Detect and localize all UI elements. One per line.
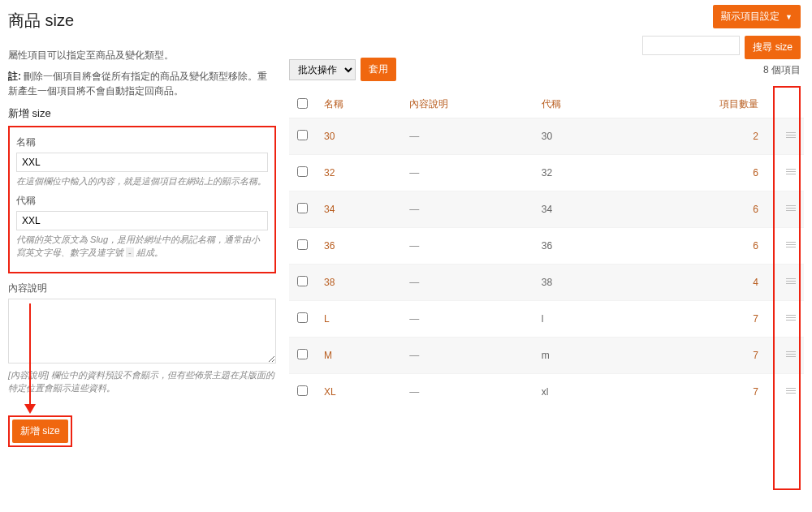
row-name[interactable]: 38 <box>316 265 401 301</box>
table-row: 36—366 <box>289 228 804 265</box>
row-checkbox[interactable] <box>297 349 308 359</box>
row-desc: — <box>401 265 533 301</box>
table-row: XL—xl7 <box>289 374 804 411</box>
slug-help: 代稱的英文原文為 Slug，是用於網址中的易記名稱，通常由小寫英文字母、數字及連… <box>16 234 268 259</box>
desc-help: [內容說明] 欄位中的資料預設不會顯示，但有些佈景主題在其版面的特定位置會顯示這… <box>8 369 276 394</box>
bulk-action-select[interactable]: 批次操作 <box>289 59 356 80</box>
row-checkbox[interactable] <box>297 130 308 140</box>
bulk-apply-button[interactable]: 套用 <box>361 58 396 81</box>
row-desc: — <box>401 228 533 265</box>
row-desc: — <box>401 338 533 374</box>
drag-handle-icon[interactable] <box>778 374 804 411</box>
row-checkbox[interactable] <box>297 312 308 323</box>
row-slug: 32 <box>533 155 619 191</box>
drag-handle-icon[interactable] <box>778 191 804 228</box>
row-desc: — <box>401 374 533 411</box>
name-input[interactable] <box>16 153 268 172</box>
slug-input[interactable] <box>16 211 268 230</box>
note-body: 刪除一個項目將會從所有指定的商品及變化類型移除。重新產生一個項目將不會自動指定回… <box>8 71 267 97</box>
row-slug: 30 <box>533 118 619 155</box>
row-slug: 34 <box>533 191 619 228</box>
desc-label: 內容說明 <box>8 282 276 295</box>
terms-table: 名稱 內容說明 代稱 項目數量 30—30232—32634—34636—366… <box>289 91 804 410</box>
row-slug: 38 <box>533 265 619 301</box>
drag-handle-icon[interactable] <box>778 301 804 338</box>
search-button[interactable]: 搜尋 size <box>745 36 801 59</box>
row-slug: 36 <box>533 228 619 265</box>
row-desc: — <box>401 118 533 155</box>
note-label: 註: <box>8 71 21 82</box>
table-row: 30—302 <box>289 118 804 155</box>
name-label: 名稱 <box>16 136 268 149</box>
table-row: L—l7 <box>289 301 804 338</box>
submit-highlight-box: 新增 size <box>8 415 72 447</box>
row-desc: — <box>401 155 533 191</box>
row-slug: m <box>533 338 619 374</box>
row-desc: — <box>401 301 533 338</box>
row-name[interactable]: 32 <box>316 155 401 191</box>
form-highlight-box: 名稱 在這個欄位中輸入的內容，就是這個項目在網站上的顯示名稱。 代稱 代稱的英文… <box>8 126 276 273</box>
drag-handle-icon[interactable] <box>778 338 804 374</box>
drag-handle-icon[interactable] <box>778 155 804 191</box>
row-name[interactable]: XL <box>316 374 401 411</box>
row-count: 4 <box>619 265 778 301</box>
row-count: 6 <box>619 155 778 191</box>
item-count: 8 個項目 <box>763 63 801 77</box>
name-help: 在這個欄位中輸入的內容，就是這個項目在網站上的顯示名稱。 <box>16 175 268 187</box>
drag-handle-icon[interactable] <box>778 118 804 155</box>
drag-handle-icon[interactable] <box>778 265 804 301</box>
note-text: 註: 刪除一個項目將會從所有指定的商品及變化類型移除。重新產生一個項目將不會自動… <box>8 69 276 98</box>
col-desc[interactable]: 內容說明 <box>401 91 533 118</box>
row-name[interactable]: 36 <box>316 228 401 265</box>
row-name[interactable]: M <box>316 338 401 374</box>
row-desc: — <box>401 191 533 228</box>
drag-handle-icon[interactable] <box>778 228 804 265</box>
row-checkbox[interactable] <box>297 385 308 396</box>
row-checkbox[interactable] <box>297 276 308 286</box>
page-title: 商品 size <box>0 0 812 32</box>
col-count[interactable]: 項目數量 <box>619 91 778 118</box>
display-settings-button[interactable]: 顯示項目設定 ▼ <box>713 5 801 28</box>
row-count: 7 <box>619 301 778 338</box>
table-row: M—m7 <box>289 338 804 374</box>
add-size-button[interactable]: 新增 size <box>12 419 68 443</box>
col-slug[interactable]: 代稱 <box>533 91 619 118</box>
row-count: 6 <box>619 228 778 265</box>
row-checkbox[interactable] <box>297 166 308 177</box>
row-count: 6 <box>619 191 778 228</box>
row-count: 2 <box>619 118 778 155</box>
intro-text: 屬性項目可以指定至商品及變化類型。 <box>8 48 276 62</box>
row-checkbox[interactable] <box>297 203 308 213</box>
row-checkbox[interactable] <box>297 239 308 250</box>
row-count: 7 <box>619 338 778 374</box>
table-row: 38—384 <box>289 265 804 301</box>
table-row: 34—346 <box>289 191 804 228</box>
row-name[interactable]: L <box>316 301 401 338</box>
col-name[interactable]: 名稱 <box>316 91 401 118</box>
row-name[interactable]: 34 <box>316 191 401 228</box>
search-input[interactable] <box>642 36 740 55</box>
select-all-checkbox[interactable] <box>297 98 308 109</box>
row-slug: l <box>533 301 619 338</box>
add-section-title: 新增 size <box>8 106 276 121</box>
row-count: 7 <box>619 374 778 411</box>
desc-textarea[interactable] <box>8 299 276 364</box>
display-settings-label: 顯示項目設定 <box>721 11 780 22</box>
slug-label: 代稱 <box>16 194 268 208</box>
chevron-down-icon: ▼ <box>785 13 793 21</box>
row-slug: xl <box>533 374 619 411</box>
table-row: 32—326 <box>289 155 804 191</box>
row-name[interactable]: 30 <box>316 118 401 155</box>
